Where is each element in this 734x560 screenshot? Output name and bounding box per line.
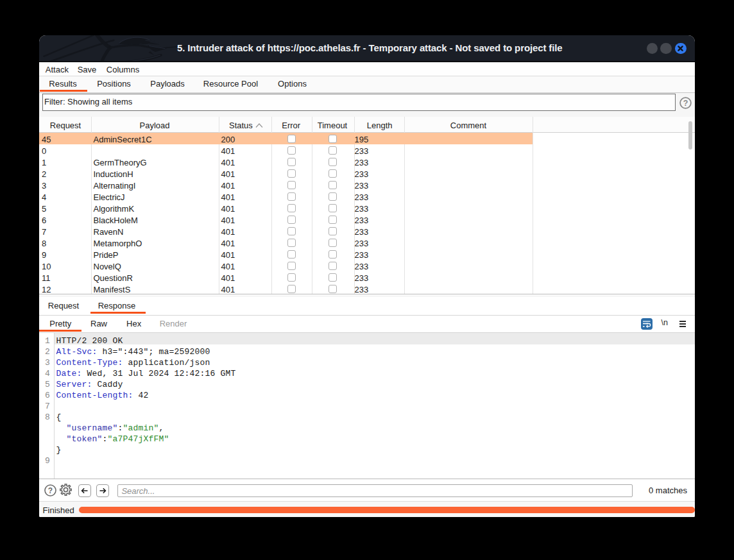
svg-text:?: ? <box>683 99 688 108</box>
svg-text:?: ? <box>48 486 53 495</box>
